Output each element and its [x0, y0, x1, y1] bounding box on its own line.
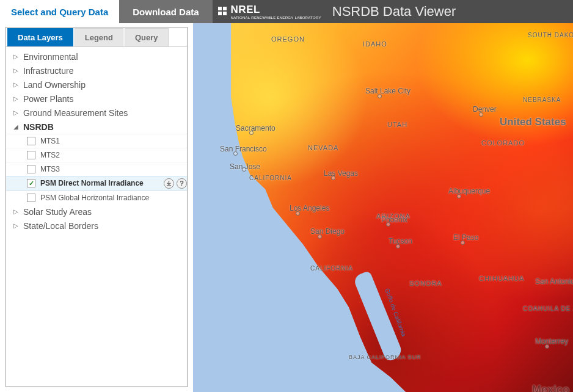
label-nevada: NEVADA	[308, 144, 338, 151]
label-utah: UTAH	[387, 121, 407, 128]
panel-tab-legend[interactable]: Legend	[75, 28, 123, 46]
label-la: Los Angeles	[290, 204, 329, 212]
tree-nsrdb[interactable]: ◢ NSRDB	[6, 120, 187, 134]
panel-tab-query[interactable]: Query	[125, 28, 169, 46]
checkbox-unchecked-icon[interactable]	[27, 151, 35, 159]
svg-rect-3	[223, 12, 227, 15]
label-oregon: OREGON	[271, 35, 305, 43]
label-chihuahua: CHIHUAHUA	[479, 275, 524, 282]
layer-label: MTS1	[40, 137, 60, 145]
tree-label: Power Plants	[23, 94, 73, 104]
tab-download[interactable]: Download Data	[119, 0, 212, 23]
tree-label: NSRDB	[23, 122, 54, 132]
chevron-right-icon: ▷	[13, 208, 20, 215]
label-sonora: SONORA	[409, 280, 442, 287]
label-tuc: Tucson	[389, 237, 412, 245]
svg-rect-1	[223, 7, 227, 10]
label-idaho: IDAHO	[363, 40, 387, 48]
chevron-right-icon: ▷	[13, 81, 20, 88]
label-country-mexico: Mexico	[532, 383, 569, 392]
label-california: CALIFORNIA	[249, 175, 292, 181]
help-icon[interactable]: ?	[177, 178, 187, 189]
brand-block: NREL NATIONAL RENEWABLE ENERGY LABORATOR…	[213, 0, 321, 23]
checkbox-unchecked-icon[interactable]	[27, 194, 35, 202]
label-nebraska: NEBRASKA	[523, 96, 561, 103]
layer-label: PSM Direct Normal Irradiance	[40, 179, 144, 187]
tree-ground-sites[interactable]: ▷ Ground Measurement Sites	[6, 106, 187, 120]
layer-tree: ▷ Environmental ▷ Infrastructure ▷ Land …	[6, 47, 187, 235]
label-sacramento: Sacramento	[236, 124, 276, 132]
label-baja-sur: BAJA CALIFORNIA SUR	[349, 354, 422, 360]
svg-rect-2	[218, 12, 222, 15]
tree-label: Infrastructure	[23, 66, 73, 76]
nrel-logo-icon	[217, 6, 227, 17]
chevron-down-icon: ◢	[13, 123, 20, 130]
layer-mts1[interactable]: MTS1	[6, 134, 187, 148]
sidebar-panel: Data Layers Legend Query ▷ Environmental…	[5, 27, 188, 387]
app-title: NSRDB Data Viewer	[321, 0, 456, 23]
chevron-right-icon: ▷	[13, 53, 20, 60]
layer-mts3[interactable]: MTS3	[6, 162, 187, 176]
label-abq: Albuquerque	[448, 187, 490, 195]
label-phx: Phoenix	[381, 216, 407, 224]
label-sf: San Francisco	[220, 145, 267, 153]
label-sj: San Jose	[230, 162, 260, 171]
layer-label: PSM Global Horizontal Irradiance	[40, 194, 149, 202]
panel-tabs: Data Layers Legend Query	[6, 27, 187, 47]
download-icon[interactable]	[164, 178, 174, 189]
brand-subtext: NATIONAL RENEWABLE ENERGY LABORATORY	[231, 16, 321, 20]
label-sd: San Diego	[310, 227, 345, 236]
label-sanantonio: San Antonio	[535, 277, 573, 286]
label-south-dakota: SOUTH DAKOTA	[528, 32, 573, 38]
tree-environmental[interactable]: ▷ Environmental	[6, 49, 187, 64]
chevron-right-icon: ▷	[13, 95, 20, 102]
tree-land-ownership[interactable]: ▷ Land Ownership	[6, 78, 187, 92]
layer-label: MTS3	[40, 165, 60, 173]
label-lv: Las Vegas	[324, 169, 358, 178]
tree-label: Environmental	[23, 52, 78, 62]
chevron-right-icon: ▷	[13, 109, 20, 116]
layer-label: MTS2	[40, 151, 60, 159]
layer-psm-dni[interactable]: ✓ PSM Direct Normal Irradiance ?	[6, 176, 187, 191]
tree-label: Ground Measurement Sites	[23, 108, 128, 118]
layer-psm-ghi[interactable]: PSM Global Horizontal Irradiance	[6, 191, 187, 205]
tab-select-query[interactable]: Select and Query Data	[0, 0, 119, 23]
brand-text: NREL	[231, 4, 260, 15]
label-den: Denver	[473, 105, 497, 114]
map-canvas[interactable]: United States Mexico Mexico OREGON IDAHO…	[193, 23, 573, 392]
label-colorado: COLORADO	[481, 139, 525, 147]
tree-infrastructure[interactable]: ▷ Infrastructure	[6, 64, 187, 78]
svg-rect-0	[218, 7, 222, 10]
label-coahuila: COAHUILA DE ZARAGOZA	[523, 305, 573, 312]
label-elp: El Paso	[453, 233, 478, 242]
chevron-right-icon: ▷	[13, 67, 20, 74]
checkbox-unchecked-icon[interactable]	[27, 165, 35, 173]
label-country-us: United States	[500, 116, 566, 128]
layer-mts2[interactable]: MTS2	[6, 148, 187, 162]
tree-solar-study[interactable]: ▷ Solar Study Areas	[6, 205, 187, 219]
tree-label: Land Ownership	[23, 80, 86, 90]
tree-label: State/Local Borders	[23, 221, 98, 231]
label-slc: Salt Lake City	[365, 87, 411, 95]
label-monterrey: Monterrey	[535, 337, 568, 346]
top-nav: Select and Query Data Download Data NREL…	[0, 0, 573, 23]
label-baja: CALIFORNIA	[310, 265, 353, 272]
chevron-right-icon: ▷	[13, 222, 20, 229]
checkbox-checked-icon[interactable]: ✓	[27, 179, 35, 187]
tree-borders[interactable]: ▷ State/Local Borders	[6, 219, 187, 233]
checkbox-unchecked-icon[interactable]	[27, 137, 35, 145]
tree-label: Solar Study Areas	[23, 207, 92, 217]
tree-power-plants[interactable]: ▷ Power Plants	[6, 92, 187, 106]
panel-tab-layers[interactable]: Data Layers	[7, 28, 73, 46]
